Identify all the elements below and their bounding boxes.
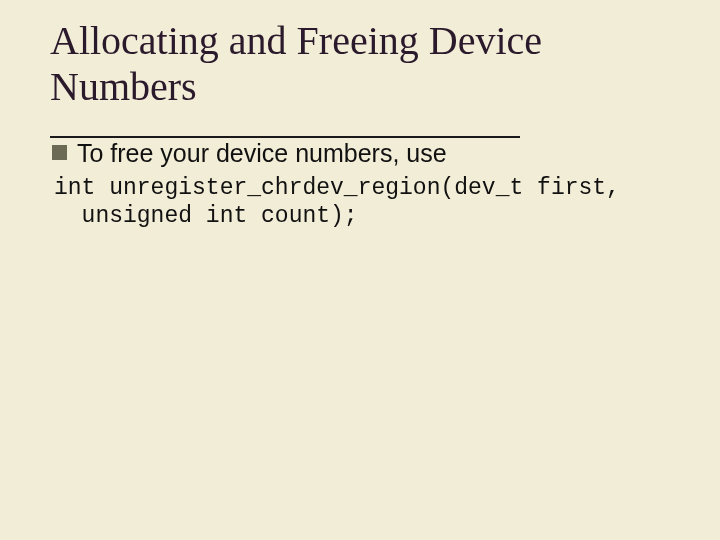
- slide-body: To free your device numbers, use int unr…: [50, 138, 676, 230]
- square-bullet-icon: [52, 145, 67, 160]
- slide-title: Allocating and Freeing Device Numbers: [50, 18, 676, 118]
- slide: Allocating and Freeing Device Numbers To…: [0, 0, 720, 540]
- bullet-text: To free your device numbers, use: [77, 138, 447, 169]
- code-block: int unregister_chrdev_region(dev_t first…: [52, 175, 676, 230]
- bullet-item: To free your device numbers, use: [52, 138, 676, 169]
